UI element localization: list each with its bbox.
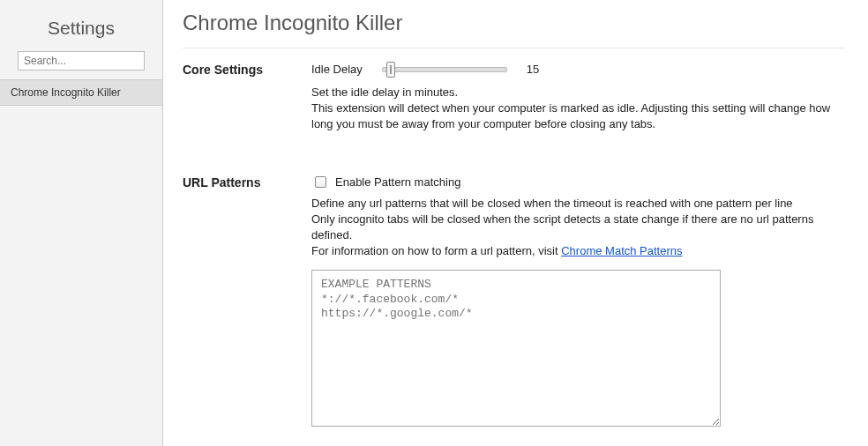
section-url-patterns: URL Patterns Enable Pattern matching Def… xyxy=(183,175,845,430)
section-core-settings: Core Settings Idle Delay 15 Set the idle… xyxy=(183,63,845,133)
enable-pattern-row: Enable Pattern matching xyxy=(311,175,845,189)
main-content: Chrome Incognito Killer Core Settings Id… xyxy=(163,0,868,446)
desc-line: Define any url patterns that will be clo… xyxy=(311,196,845,212)
desc-line: This extension will detect when your com… xyxy=(311,100,845,132)
slider-thumb-icon[interactable] xyxy=(386,62,395,78)
desc-prefix: For information on how to form a url pat… xyxy=(311,244,561,257)
sidebar-item-chrome-incognito-killer[interactable]: Chrome Incognito Killer xyxy=(0,79,162,106)
section-heading-url: URL Patterns xyxy=(183,175,311,430)
url-patterns-description: Define any url patterns that will be clo… xyxy=(311,196,845,260)
desc-line: Only incognito tabs will be closed when … xyxy=(311,212,845,243)
sidebar: Settings Chrome Incognito Killer xyxy=(0,0,163,446)
idle-delay-label: Idle Delay xyxy=(311,63,363,76)
page-title: Chrome Incognito Killer xyxy=(183,11,845,48)
chrome-match-patterns-link[interactable]: Chrome Match Patterns xyxy=(561,244,682,257)
enable-pattern-checkbox[interactable] xyxy=(315,176,326,188)
search-input[interactable] xyxy=(18,51,145,71)
url-patterns-content: Enable Pattern matching Define any url p… xyxy=(311,175,845,430)
core-settings-content: Idle Delay 15 Set the idle delay in minu… xyxy=(311,63,845,133)
url-patterns-textarea[interactable] xyxy=(311,270,721,427)
idle-delay-slider[interactable] xyxy=(382,67,507,72)
idle-delay-row: Idle Delay 15 xyxy=(311,63,845,76)
idle-delay-value: 15 xyxy=(527,63,539,76)
sidebar-title: Settings xyxy=(0,12,162,51)
desc-line: Set the idle delay in minutes. xyxy=(311,85,845,100)
desc-line: For information on how to form a url pat… xyxy=(311,243,845,259)
enable-pattern-label: Enable Pattern matching xyxy=(335,175,460,189)
section-heading-core: Core Settings xyxy=(183,63,311,133)
idle-delay-description: Set the idle delay in minutes. This exte… xyxy=(311,85,845,133)
